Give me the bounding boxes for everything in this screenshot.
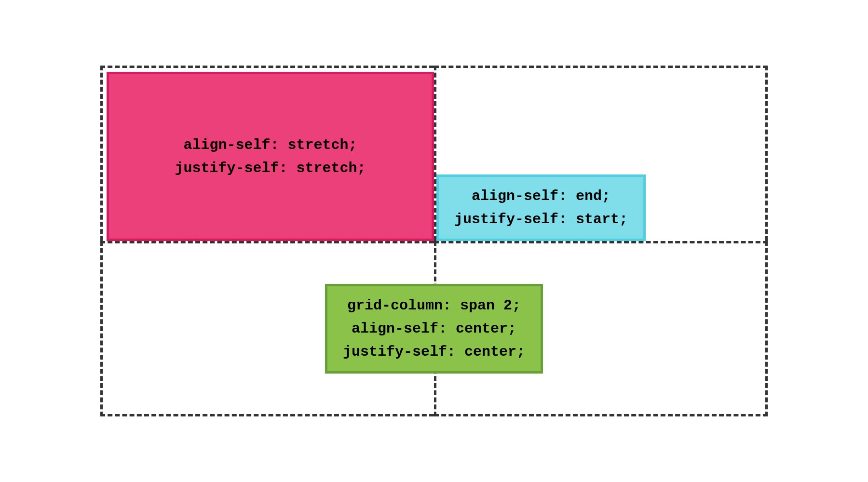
grid-cell-top-left: align-self: stretch; justify-self: stret… (100, 66, 434, 241)
css-rule-text: justify-self: center; (343, 340, 525, 363)
grid-cell-top-right: align-self: end; justify-self: start; (434, 66, 768, 241)
css-grid-diagram: align-self: stretch; justify-self: stret… (100, 66, 768, 416)
css-rule-text: grid-column: span 2; (347, 294, 521, 317)
grid-item-stretch: align-self: stretch; justify-self: stret… (107, 72, 434, 241)
css-rule-text: align-self: stretch; (183, 134, 357, 157)
css-rule-text: justify-self: stretch; (175, 157, 366, 180)
grid-item-end-start: align-self: end; justify-self: start; (436, 174, 646, 241)
css-rule-text: align-self: center; (352, 317, 516, 340)
css-rule-text: justify-self: start; (454, 208, 628, 231)
css-rule-text: align-self: end; (472, 185, 610, 208)
grid-item-span-center: grid-column: span 2; align-self: center;… (325, 284, 543, 374)
